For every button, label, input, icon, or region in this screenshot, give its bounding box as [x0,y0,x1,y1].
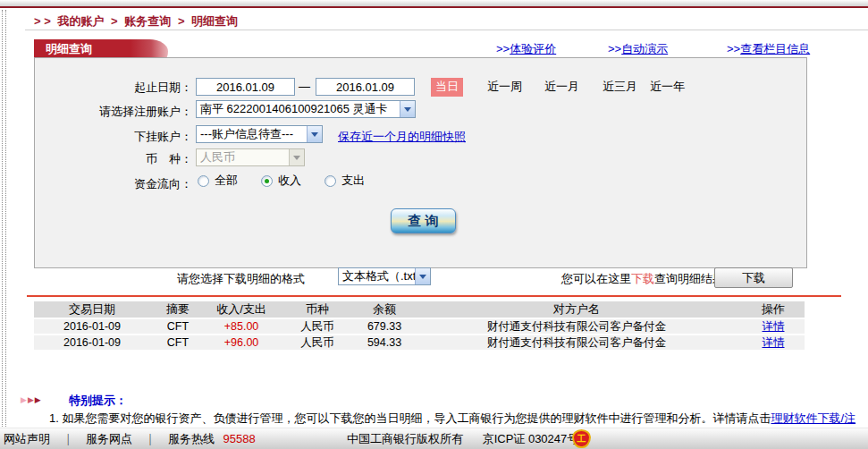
link-marker: >> [727,42,740,55]
link-label: 体验评价 [510,42,556,55]
service-outlets-link[interactable]: 服务网点 [86,432,132,445]
footer-separator: ｜ [145,432,156,445]
currency-select-disabled: 人民币 [196,148,305,166]
hotline-label: 服务热线 [168,432,215,445]
radio-selected-icon[interactable] [261,175,273,187]
special-notice-title: 特别提示： [69,393,127,409]
radio-option-all[interactable]: 全部 [198,173,238,189]
table-header-row: 交易日期 摘要 收入/支出 币种 余额 对方户名 操作 [34,301,805,318]
header-date: 交易日期 [34,301,150,318]
fund-flow-label: 资金流向： [54,176,192,192]
breadcrumb-separator: > [111,14,118,28]
cell-counterparty: 财付通支付科技有限公司客户备付金 [411,319,742,334]
radio-label: 支出 [341,173,365,189]
footer-left-links: 网站声明 ｜ 服务网点 ｜ 服务热线 95588 [4,428,256,449]
header-currency: 币种 [277,301,358,318]
range-last-3-months-button[interactable]: 近三月 [603,79,637,95]
link-marker: >> [608,42,621,55]
link-experience-rating[interactable]: >>体验评价 [496,41,556,57]
date-from-input[interactable] [196,78,295,96]
transactions-table: 交易日期 摘要 收入/支出 币种 余额 对方户名 操作 2016-01-09 C… [34,301,805,350]
link-label: 查看栏目信息 [740,42,810,55]
icp-license-text: 京ICP证 030247号 [483,432,579,445]
hint-download-word: 下载 [631,272,654,285]
cell-balance: 594.33 [358,335,411,350]
header-action: 操作 [742,301,805,318]
header-balance: 余额 [358,301,411,318]
window-top-bar [0,0,868,8]
header-counterparty: 对方户名 [411,301,742,318]
breadcrumb: > > 我的账户 > 账务查询 > 明细查询 [34,13,241,30]
query-button[interactable]: 查 询 [391,208,456,233]
link-view-column-info[interactable]: >>查看栏目信息 [727,41,810,57]
special-notice-line-1: 1. 如果您需要对您的银行资产、负债进行管理，您可以下载您的当日明细，导入工商银… [49,411,855,427]
dropdown-arrow-icon [289,149,304,165]
table-row: 2016-01-09 CFT +96.00 人民币 594.33 财付通支付科技… [34,335,805,350]
cell-counterparty: 财付通支付科技有限公司客户备付金 [411,335,742,350]
table-row: 2016-01-09 CFT +85.00 人民币 679.33 财付通支付科技… [34,319,805,334]
footer-copyright-group: 中国工商银行版权所有 京ICP证 030247号 [347,428,578,449]
cell-date: 2016-01-09 [34,319,150,334]
download-format-select[interactable]: 文本格式（.txt） [338,267,431,285]
dropdown-arrow-icon[interactable] [400,101,415,117]
download-button[interactable]: 下载 [714,267,793,288]
registered-account-value: 南平 6222001406100921065 灵通卡 [200,102,388,115]
cell-currency: 人民币 [277,335,358,350]
radio-icon[interactable] [324,175,336,187]
radio-option-expense[interactable]: 支出 [324,173,365,189]
range-today-button[interactable]: 当日 [431,78,463,97]
download-hint-text: 您可以在这里下载查询明细结果 [561,271,724,287]
cell-summary: CFT [150,335,206,350]
radio-label: 全部 [215,173,238,189]
cell-currency: 人民币 [277,319,358,334]
dropdown-arrow-icon[interactable] [415,268,430,284]
cell-amount: +85.00 [206,319,277,334]
registered-account-label: 请选择注册账户： [54,104,192,120]
range-last-month-button[interactable]: 近一月 [544,79,579,95]
link-auto-demo[interactable]: >>自动演示 [608,41,668,57]
date-range-label: 起止日期： [54,80,192,96]
breadcrumb-prefix: > > [34,14,51,28]
link-marker: >> [496,42,510,55]
triple-arrow-icon: ▶▶▶ [21,395,42,404]
detail-link[interactable]: 详情 [742,319,805,334]
tab-tail-decoration [131,39,168,59]
hotline-number: 95588 [223,432,256,445]
section-divider-red [27,295,841,297]
site-statement-link[interactable]: 网站声明 [4,432,50,445]
finance-software-download-link[interactable]: 理财软件下载/注 [771,411,855,425]
copyright-text: 中国工商银行版权所有 [347,432,463,445]
hint-prefix: 您可以在这里 [561,272,631,285]
range-last-year-button[interactable]: 近一年 [650,79,685,95]
breadcrumb-divider [25,30,868,30]
currency-value: 人民币 [200,150,235,164]
date-to-input[interactable] [316,78,415,96]
link-label: 自动演示 [621,42,668,55]
breadcrumb-item-my-account[interactable]: 我的账户 [57,14,104,28]
sub-account-label: 下挂账户： [54,129,192,145]
dropdown-arrow-icon[interactable] [307,126,322,142]
breadcrumb-separator: > [178,14,185,28]
detail-link[interactable]: 详情 [742,335,805,350]
header-summary: 摘要 [150,301,206,318]
header-amount: 收入/支出 [206,301,277,318]
fund-flow-radio-group: 全部 收入 支出 [198,173,388,189]
footer-separator: ｜ [63,432,74,445]
registered-account-select[interactable]: 南平 6222001406100921065 灵通卡 [196,100,416,118]
currency-label: 币 种： [54,151,192,167]
cell-date: 2016-01-09 [34,335,150,350]
range-last-week-button[interactable]: 近一周 [487,79,522,95]
breadcrumb-item-account-query[interactable]: 账务查询 [124,14,171,28]
radio-icon[interactable] [198,175,209,187]
footer-bar: 网站声明 ｜ 服务网点 ｜ 服务热线 95588 中国工商银行版权所有 京ICP… [0,428,868,449]
tab-title: 明细查询 [34,39,131,59]
sub-account-select[interactable]: ---账户信息待查--- [196,125,323,143]
breadcrumb-item-detail-query[interactable]: 明细查询 [191,14,238,28]
cell-amount: +96.00 [206,335,277,350]
notice-text: 1. 如果您需要对您的银行资产、负债进行管理，您可以下载您的当日明细，导入工商银… [49,411,771,425]
save-monthly-snapshot-link[interactable]: 保存近一个月的明细快照 [338,129,466,145]
date-separator: — [299,80,310,93]
left-dotted-divider [2,10,6,427]
radio-option-income[interactable]: 收入 [261,173,301,189]
download-format-label: 请您选择下载明细的格式 [177,271,305,287]
